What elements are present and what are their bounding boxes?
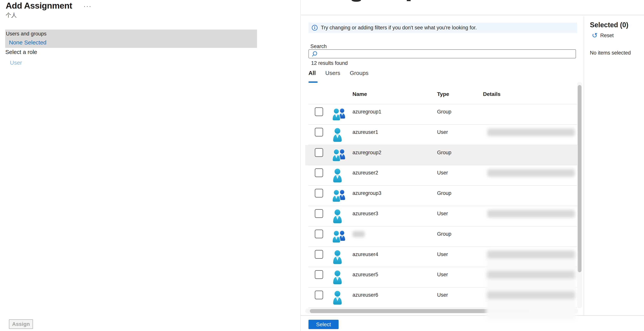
table-row[interactable]: azuregroup1Group <box>305 104 578 125</box>
reset-label: Reset <box>600 33 614 39</box>
row-checkbox[interactable] <box>315 270 323 279</box>
results-count: 12 results found <box>311 60 348 66</box>
row-type: User <box>437 170 448 176</box>
table-row[interactable]: azureuser6User <box>305 287 578 308</box>
name-redacted <box>352 231 365 237</box>
row-name: azuregroup1 <box>352 109 382 115</box>
undo-icon: ↺ <box>592 32 598 39</box>
group-icon <box>332 107 346 121</box>
page-title: Add Assignment <box>6 1 72 11</box>
row-checkbox[interactable] <box>315 209 323 218</box>
row-checkbox[interactable] <box>315 168 323 177</box>
user-avatar <box>332 127 343 143</box>
table-row[interactable]: azureuser4User <box>305 247 578 267</box>
details-redacted <box>487 129 575 136</box>
search-box <box>308 49 576 58</box>
none-selected-link[interactable]: None Selected <box>9 39 46 46</box>
page-subtitle: 个人 <box>6 12 17 19</box>
clipped-heading-fragment <box>407 0 410 1</box>
row-name: azureuser6 <box>352 292 378 298</box>
row-name: azureuser5 <box>352 272 378 278</box>
table-row[interactable]: azureuser1User <box>305 125 578 145</box>
user-icon <box>332 270 343 284</box>
group-icon <box>332 229 346 243</box>
table-row[interactable]: Group <box>305 226 578 247</box>
assign-button[interactable]: Assign <box>9 319 33 329</box>
row-type: Group <box>437 109 451 115</box>
search-label: Search <box>310 44 327 49</box>
row-name: azureuser4 <box>352 251 378 257</box>
header-divider <box>301 15 644 15</box>
active-tab-underline <box>308 81 318 83</box>
tab-groups[interactable]: Groups <box>350 70 368 76</box>
reset-button[interactable]: ↺ Reset <box>592 32 614 39</box>
column-header-details: Details <box>483 91 500 97</box>
row-checkbox[interactable] <box>315 230 323 238</box>
row-name: azureuser2 <box>352 170 378 176</box>
details-redacted <box>487 169 575 177</box>
select-role-label: Select a role <box>5 49 37 55</box>
user-icon <box>332 168 343 182</box>
group-icon <box>332 148 346 162</box>
user-avatar <box>332 290 343 305</box>
user-avatar <box>332 168 343 183</box>
row-checkbox[interactable] <box>315 148 323 157</box>
row-checkbox[interactable] <box>315 107 323 116</box>
user-icon <box>332 290 343 305</box>
row-name: azureuser1 <box>352 129 378 135</box>
row-name: azuregroup2 <box>352 150 382 156</box>
group-avatar <box>332 229 346 244</box>
row-type: User <box>437 129 448 135</box>
column-header-type: Type <box>437 91 449 97</box>
table-row[interactable]: azuregroup2Group <box>305 145 578 166</box>
results-list: azuregroup1Groupazureuser1Userazuregroup… <box>305 104 578 308</box>
info-icon <box>312 25 318 31</box>
info-banner-text: Try changing or adding filters if you do… <box>321 25 477 31</box>
tab-all[interactable]: All <box>308 70 316 76</box>
row-type: User <box>437 272 448 278</box>
row-name: azuregroup3 <box>352 190 382 196</box>
column-header-name: Name <box>352 91 367 97</box>
user-icon <box>332 250 343 264</box>
role-value[interactable]: User <box>10 60 22 66</box>
table-row[interactable]: azureuser3User <box>305 206 578 226</box>
details-redacted <box>487 210 575 218</box>
picker-footer <box>301 315 644 331</box>
details-redacted <box>487 291 575 299</box>
row-type: Group <box>437 190 451 196</box>
row-type: User <box>437 211 448 217</box>
table-row[interactable]: azureuser2User <box>305 165 578 186</box>
group-avatar <box>332 107 346 122</box>
row-name: azureuser3 <box>352 211 378 217</box>
tab-users[interactable]: Users <box>325 70 340 76</box>
selected-panel-divider <box>584 17 584 315</box>
filter-tabs: All Users Groups <box>308 70 368 76</box>
user-group-picker-blade: Try changing or adding filters if you do… <box>301 0 644 331</box>
user-avatar <box>332 270 343 285</box>
row-checkbox[interactable] <box>315 250 323 259</box>
row-checkbox[interactable] <box>315 128 323 137</box>
user-icon <box>332 127 343 142</box>
user-icon <box>332 209 343 223</box>
details-redacted <box>487 271 575 278</box>
group-avatar <box>332 188 346 203</box>
row-type: Group <box>437 150 451 156</box>
row-checkbox[interactable] <box>315 290 323 299</box>
search-icon <box>311 51 318 57</box>
users-groups-label: Users and groups <box>6 31 46 37</box>
table-row[interactable]: azureuser5User <box>305 267 578 287</box>
add-assignment-blade: Add Assignment ··· 个人 Users and groups N… <box>0 0 300 331</box>
table-row[interactable]: azuregroup3Group <box>305 186 578 206</box>
selected-count-title: Selected (0) <box>590 21 628 29</box>
group-icon <box>332 188 346 202</box>
group-avatar <box>332 148 346 163</box>
select-button[interactable]: Select <box>308 320 338 329</box>
vertical-scrollbar-thumb[interactable] <box>578 85 582 272</box>
info-banner: Try changing or adding filters if you do… <box>308 23 577 33</box>
row-checkbox[interactable] <box>315 189 323 198</box>
search-input[interactable] <box>318 50 576 58</box>
clipped-heading-fragment <box>352 0 361 2</box>
horizontal-scrollbar-thumb[interactable] <box>310 309 530 313</box>
ellipsis-icon[interactable]: ··· <box>84 2 92 10</box>
details-redacted <box>487 251 575 258</box>
